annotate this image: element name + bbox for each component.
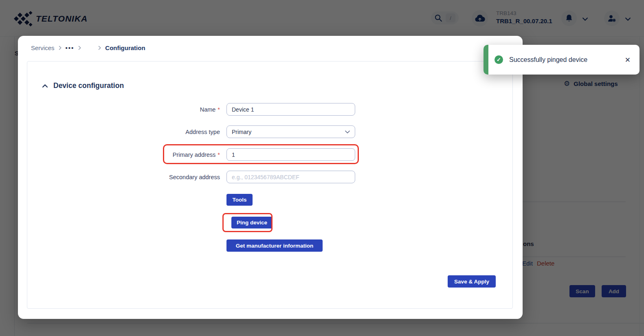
name-label-text: Name (200, 106, 216, 113)
toast-success-stripe (484, 45, 488, 75)
ping-device-button[interactable]: Ping device (231, 217, 273, 228)
address-type-label: Address type (42, 125, 220, 138)
required-asterisk: * (218, 106, 220, 113)
secondary-address-label: Secondary address (42, 171, 220, 183)
secondary-address-label-text: Secondary address (169, 174, 220, 180)
chevron-up-icon (42, 84, 48, 88)
chevron-right-icon (98, 46, 101, 50)
breadcrumb: Services ••• Configuration (31, 44, 145, 51)
breadcrumb-ellipsis[interactable]: ••• (66, 44, 75, 51)
close-icon[interactable]: ✕ (625, 56, 631, 64)
section-title: Device configuration (53, 81, 124, 90)
primary-address-input[interactable] (226, 148, 355, 161)
success-check-icon: ✓ (495, 55, 503, 64)
address-type-select[interactable]: Primary (226, 125, 355, 138)
name-input[interactable] (226, 103, 355, 116)
primary-address-label: Primary address * (42, 148, 220, 161)
tools-button[interactable]: Tools (226, 194, 253, 206)
save-apply-button[interactable]: Save & Apply (448, 275, 496, 288)
secondary-address-input[interactable] (226, 171, 355, 183)
address-type-label-text: Address type (185, 129, 220, 135)
toast-message: Successfully pinged device (509, 56, 587, 64)
device-configuration-panel (27, 61, 513, 309)
primary-address-label-text: Primary address (173, 152, 216, 158)
success-toast: ✓ Successfully pinged device ✕ (484, 45, 640, 75)
chevron-right-icon (78, 46, 81, 50)
get-manufacturer-information-button[interactable]: Get manufacturer information (226, 239, 323, 252)
device-configuration-section-header[interactable]: Device configuration (42, 81, 124, 90)
name-label: Name * (42, 103, 220, 116)
address-type-selected-value: Primary (232, 129, 251, 135)
breadcrumb-configuration: Configuration (105, 44, 145, 51)
required-asterisk: * (218, 152, 220, 158)
chevron-right-icon (59, 46, 62, 50)
configuration-modal: Services ••• Configuration Device config… (18, 36, 523, 319)
chevron-down-icon (345, 130, 350, 134)
breadcrumb-services[interactable]: Services (31, 44, 55, 51)
